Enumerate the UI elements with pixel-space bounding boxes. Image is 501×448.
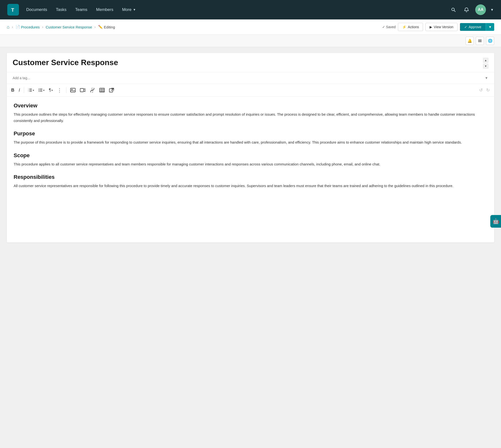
approve-button[interactable]: ✓ Approve — [460, 23, 486, 31]
editor-toolbar: B I 1.2.3. ▾ ▾ ¶ ▾ ⋮ — [7, 84, 494, 97]
table-button[interactable] — [99, 87, 105, 93]
svg-rect-21 — [80, 88, 83, 92]
nav-members[interactable]: Members — [96, 5, 113, 14]
redo-button[interactable]: ↻ — [486, 86, 490, 94]
avatar-dropdown-icon[interactable]: ▼ — [490, 8, 494, 12]
check-approve-icon: ✓ — [464, 25, 467, 29]
svg-rect-27 — [109, 89, 113, 92]
svg-point-18 — [39, 91, 39, 92]
globe-toolbar-button[interactable]: 🌐 — [486, 37, 494, 45]
doc-toolbar-row: 🔔 🌐 — [0, 35, 501, 47]
svg-rect-22 — [100, 88, 104, 92]
top-navigation: T Documents Tasks Teams Members More ▼ A… — [0, 0, 501, 19]
title-up-button[interactable]: ▲ — [483, 58, 488, 63]
svg-rect-4 — [478, 40, 482, 40]
tag-input-row: ▾ — [7, 72, 494, 84]
svg-rect-6 — [478, 42, 482, 42]
nav-links: Documents Tasks Teams Members More ▼ — [26, 5, 449, 14]
responsibilities-body: All customer service representatives are… — [14, 183, 487, 189]
breadcrumb-procedures[interactable]: 📄 Procedures — [16, 25, 40, 29]
editor-body[interactable]: Overview This procedure outlines the ste… — [7, 97, 494, 242]
responsibilities-heading: Responsibilities — [14, 174, 487, 180]
view-version-button[interactable]: ▶ View Version — [425, 23, 457, 31]
play-icon: ▶ — [430, 25, 432, 29]
svg-rect-5 — [478, 41, 482, 41]
title-down-button[interactable]: ▼ — [483, 64, 488, 68]
link-button[interactable] — [89, 87, 96, 93]
toolbar-sep-2 — [66, 87, 66, 93]
paragraph-caret: ▾ — [51, 89, 53, 92]
svg-point-17 — [39, 90, 39, 91]
scope-heading: Scope — [14, 152, 487, 159]
document-card: Customer Service Response ▲ ▼ ▾ B I 1.2.… — [7, 53, 494, 242]
nav-right: AA ▼ — [449, 4, 494, 15]
svg-text:T: T — [11, 7, 14, 13]
notifications-button[interactable] — [462, 5, 471, 14]
paragraph-icon: ¶ — [49, 88, 51, 93]
editor-toolbar-left: B I 1.2.3. ▾ ▾ ¶ ▾ ⋮ — [11, 86, 475, 94]
bell-toolbar-button[interactable]: 🔔 — [466, 37, 474, 45]
pencil-icon: ✏️ — [98, 25, 103, 29]
paragraph-button[interactable]: ¶ ▾ — [48, 87, 53, 94]
bold-button[interactable]: B — [11, 87, 15, 94]
image-button[interactable] — [70, 87, 76, 93]
lightning-icon: ⚡ — [402, 25, 406, 29]
external-link-button[interactable] — [109, 87, 114, 93]
breadcrumb-sep-1: › — [12, 25, 13, 29]
editor-toolbar-right: ↺ ↻ — [479, 86, 490, 94]
app-logo: T — [7, 4, 19, 16]
unordered-list-button[interactable]: ▾ — [38, 87, 45, 93]
nav-tasks[interactable]: Tasks — [56, 5, 66, 14]
svg-text:3.: 3. — [28, 91, 29, 92]
breadcrumb-editing: ✏️ Editing — [98, 25, 115, 29]
breadcrumb-left: ⌂ › 📄 Procedures › Customer Service Resp… — [7, 25, 382, 30]
doc-title-area: Customer Service Response ▲ ▼ — [7, 53, 494, 72]
nav-teams[interactable]: Teams — [75, 5, 87, 14]
breadcrumb-home[interactable]: ⌂ — [7, 25, 9, 30]
doc-title-controls: ▲ ▼ — [483, 58, 488, 68]
ai-assistant-button[interactable]: 🤖 — [490, 215, 501, 228]
svg-line-3 — [454, 10, 455, 12]
breadcrumb-bar: ⌂ › 📄 Procedures › Customer Service Resp… — [0, 19, 501, 35]
ordered-list-caret: ▾ — [33, 89, 34, 92]
check-icon: ✓ — [382, 25, 385, 29]
unordered-list-caret: ▾ — [43, 89, 45, 92]
nav-more[interactable]: More ▼ — [122, 5, 136, 14]
overview-body: This procedure outlines the steps for ef… — [14, 111, 487, 124]
ordered-list-button[interactable]: 1.2.3. ▾ — [28, 87, 34, 93]
svg-point-16 — [39, 89, 39, 89]
breadcrumb-right: ✓ Saved ⚡ Actions ▶ View Version ✓ Appro… — [382, 23, 494, 31]
breadcrumb-sep-2: › — [42, 25, 43, 29]
chevron-down-icon: ▼ — [133, 8, 136, 11]
purpose-body: The purpose of this procedure is to prov… — [14, 139, 487, 145]
tag-dropdown-icon[interactable]: ▾ — [485, 75, 488, 81]
saved-status: ✓ Saved — [382, 25, 396, 29]
overview-heading: Overview — [14, 103, 487, 109]
approve-dropdown-button[interactable]: ▼ — [486, 23, 494, 31]
list-toolbar-button[interactable] — [476, 37, 484, 45]
actions-button[interactable]: ⚡ Actions — [398, 23, 423, 31]
tag-input[interactable] — [13, 76, 485, 80]
main-content: Customer Service Response ▲ ▼ ▾ B I 1.2.… — [0, 47, 501, 448]
scope-body: This procedure applies to all customer s… — [14, 161, 487, 167]
nav-documents[interactable]: Documents — [26, 5, 47, 14]
purpose-heading: Purpose — [14, 130, 487, 137]
breadcrumb-doc-title[interactable]: Customer Service Response — [46, 25, 92, 29]
svg-rect-19 — [70, 88, 75, 92]
document-title[interactable]: Customer Service Response — [13, 58, 481, 67]
italic-button[interactable]: I — [18, 87, 20, 94]
breadcrumb-sep-3: › — [95, 25, 96, 29]
search-button[interactable] — [449, 5, 458, 14]
toolbar-sep-1 — [24, 87, 24, 93]
more-options-button[interactable]: ⋮ — [57, 86, 63, 94]
user-avatar[interactable]: AA — [475, 4, 486, 15]
approve-group: ✓ Approve ▼ — [460, 23, 494, 31]
video-button[interactable] — [80, 87, 86, 93]
document-icon: 📄 — [16, 25, 20, 29]
undo-button[interactable]: ↺ — [479, 86, 483, 94]
